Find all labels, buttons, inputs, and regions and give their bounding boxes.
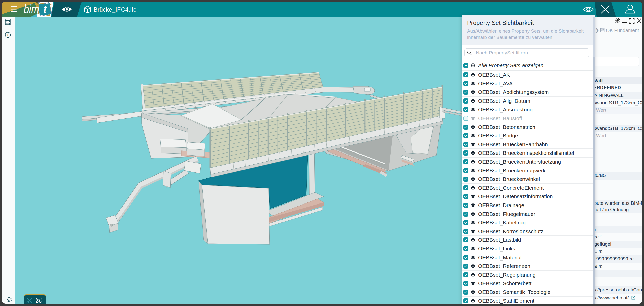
svg-text:i: i [7,33,9,37]
